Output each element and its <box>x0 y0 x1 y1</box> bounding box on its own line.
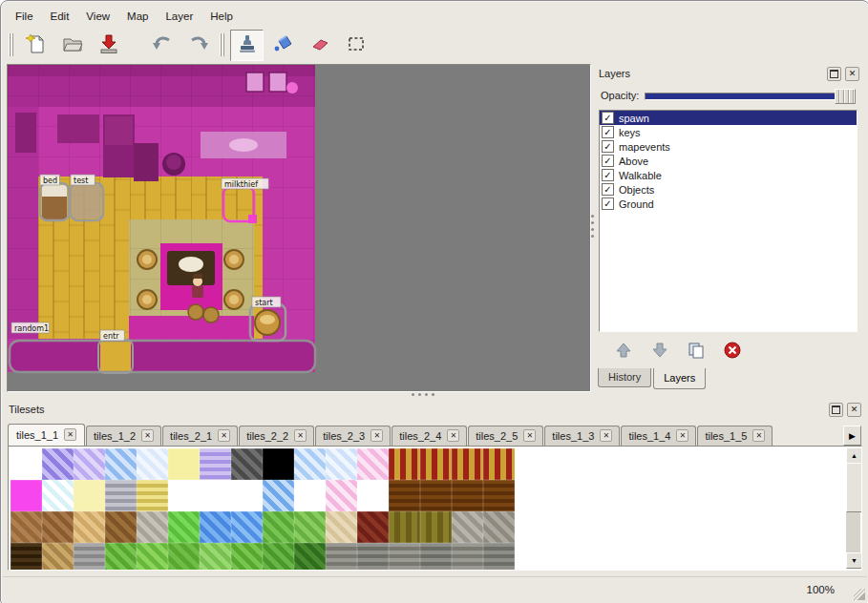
tileset-tile[interactable] <box>74 511 105 543</box>
tileset-tile[interactable] <box>11 511 42 543</box>
tileset-tile[interactable] <box>231 448 263 480</box>
layer-row-walkable[interactable]: ✓Walkable <box>600 168 857 182</box>
delete-layer-button[interactable] <box>721 339 744 362</box>
layer-visibility-checkbox[interactable]: ✓ <box>602 126 614 138</box>
tileset-tile[interactable] <box>11 543 42 571</box>
tileset-tile[interactable] <box>168 480 200 511</box>
tileset-tile[interactable] <box>357 480 389 511</box>
rect-select-tool-button[interactable] <box>339 30 372 61</box>
tileset-tile[interactable] <box>168 543 200 571</box>
tileset-tile[interactable] <box>452 511 483 543</box>
tab-close-icon[interactable]: ✕ <box>752 429 765 442</box>
tileset-tile[interactable] <box>294 448 326 480</box>
tileset-tab-tiles_2_2[interactable]: tiles_2_2✕ <box>239 426 314 446</box>
layer-visibility-checkbox[interactable]: ✓ <box>602 169 614 181</box>
tab-close-icon[interactable]: ✕ <box>141 429 154 442</box>
layer-visibility-checkbox[interactable]: ✓ <box>602 198 614 210</box>
tileset-tile[interactable] <box>263 543 294 571</box>
tileset-tile[interactable] <box>11 448 42 480</box>
undo-button[interactable] <box>145 30 179 61</box>
tileset-tile[interactable] <box>200 543 231 571</box>
map-tilesets-splitter[interactable] <box>7 391 863 399</box>
tileset-tile[interactable] <box>294 511 326 543</box>
tileset-tile[interactable] <box>326 543 357 571</box>
tileset-view[interactable]: ▲ ▼ <box>8 446 862 571</box>
menu-view[interactable]: View <box>77 8 118 25</box>
tileset-tab-tiles_2_3[interactable]: tiles_2_3✕ <box>315 426 391 446</box>
menu-edit[interactable]: Edit <box>42 8 78 25</box>
menu-help[interactable]: Help <box>201 8 242 25</box>
tileset-tile[interactable] <box>452 543 483 571</box>
layer-row-above[interactable]: ✓Above <box>600 154 857 168</box>
tileset-tile[interactable] <box>200 448 231 480</box>
tab-close-icon[interactable]: ✕ <box>447 429 459 442</box>
toolbar-grip[interactable] <box>220 33 224 56</box>
layer-row-spawn[interactable]: ✓spawn <box>600 111 857 125</box>
eraser-tool-button[interactable] <box>303 30 336 61</box>
tileset-tile[interactable] <box>105 448 137 480</box>
tileset-tile[interactable] <box>137 511 168 543</box>
tileset-tile[interactable] <box>389 448 420 480</box>
tileset-tile[interactable] <box>483 448 515 480</box>
tileset-tile[interactable] <box>168 448 200 480</box>
float-panel-button[interactable] <box>829 403 843 417</box>
layer-visibility-checkbox[interactable]: ✓ <box>602 140 614 153</box>
tileset-tile[interactable] <box>200 480 231 511</box>
tileset-tile[interactable] <box>420 543 452 571</box>
tileset-tile[interactable] <box>263 511 294 543</box>
duplicate-layer-button[interactable] <box>685 339 708 362</box>
tileset-tab-tiles_2_5[interactable]: tiles_2_5✕ <box>468 426 543 446</box>
layer-visibility-checkbox[interactable]: ✓ <box>602 155 614 167</box>
tileset-tile[interactable] <box>200 511 231 543</box>
tileset-tile[interactable] <box>11 480 42 511</box>
scroll-down-button[interactable]: ▼ <box>846 552 862 569</box>
tileset-tab-tiles_1_4[interactable]: tiles_1_4✕ <box>621 426 696 446</box>
tab-close-icon[interactable]: ✕ <box>370 429 383 442</box>
tileset-tile[interactable] <box>483 511 515 543</box>
tileset-tile[interactable] <box>483 480 515 511</box>
move-layer-up-button[interactable] <box>612 339 635 362</box>
tileset-tile[interactable] <box>294 480 326 511</box>
tab-close-icon[interactable]: ✕ <box>294 429 307 442</box>
tab-close-icon[interactable]: ✕ <box>64 428 76 441</box>
tileset-tab-tiles_1_3[interactable]: tiles_1_3✕ <box>544 426 620 446</box>
tileset-tile[interactable] <box>168 511 200 543</box>
layer-visibility-checkbox[interactable]: ✓ <box>602 183 614 196</box>
menu-layer[interactable]: Layer <box>157 8 201 25</box>
tileset-tile[interactable] <box>74 448 105 480</box>
tileset-tile[interactable] <box>389 480 420 511</box>
tileset-tile[interactable] <box>105 511 137 543</box>
tab-close-icon[interactable]: ✕ <box>218 429 230 442</box>
tileset-tile[interactable] <box>105 480 137 511</box>
menu-file[interactable]: File <box>7 8 42 25</box>
close-panel-button[interactable]: ✕ <box>847 403 861 417</box>
tileset-tile[interactable] <box>137 448 168 480</box>
tileset-tile[interactable] <box>74 480 105 511</box>
tileset-tile[interactable] <box>326 511 357 543</box>
tileset-tile[interactable] <box>263 448 294 480</box>
close-panel-button[interactable]: ✕ <box>845 67 859 81</box>
menu-map[interactable]: Map <box>118 8 157 25</box>
tileset-tile[interactable] <box>420 511 452 543</box>
map-canvas[interactable]: bedtestmilkthiefstartrandom1entr <box>7 64 591 392</box>
tileset-tile[interactable] <box>294 543 326 571</box>
tileset-tile[interactable] <box>42 543 74 571</box>
tileset-tab-tiles_1_5[interactable]: tiles_1_5✕ <box>697 426 773 446</box>
tileset-tile[interactable] <box>389 511 420 543</box>
layer-row-objects[interactable]: ✓Objects <box>600 182 857 197</box>
tileset-tile[interactable] <box>483 543 515 571</box>
tileset-scrollbar[interactable]: ▲ ▼ <box>846 447 860 569</box>
float-panel-button[interactable] <box>827 67 841 81</box>
tileset-tile[interactable] <box>326 480 357 511</box>
tileset-tile[interactable] <box>357 511 389 543</box>
toolbar-grip[interactable] <box>9 33 13 56</box>
tab-close-icon[interactable]: ✕ <box>523 429 536 442</box>
bucket-fill-tool-button[interactable] <box>266 30 300 61</box>
layer-visibility-checkbox[interactable]: ✓ <box>602 112 614 124</box>
tileset-tile[interactable] <box>231 511 263 543</box>
move-layer-down-button[interactable] <box>648 339 671 362</box>
opacity-slider[interactable] <box>645 92 856 99</box>
open-map-button[interactable] <box>55 30 89 61</box>
tileset-tile[interactable] <box>105 543 137 571</box>
tileset-tile[interactable] <box>263 480 294 511</box>
